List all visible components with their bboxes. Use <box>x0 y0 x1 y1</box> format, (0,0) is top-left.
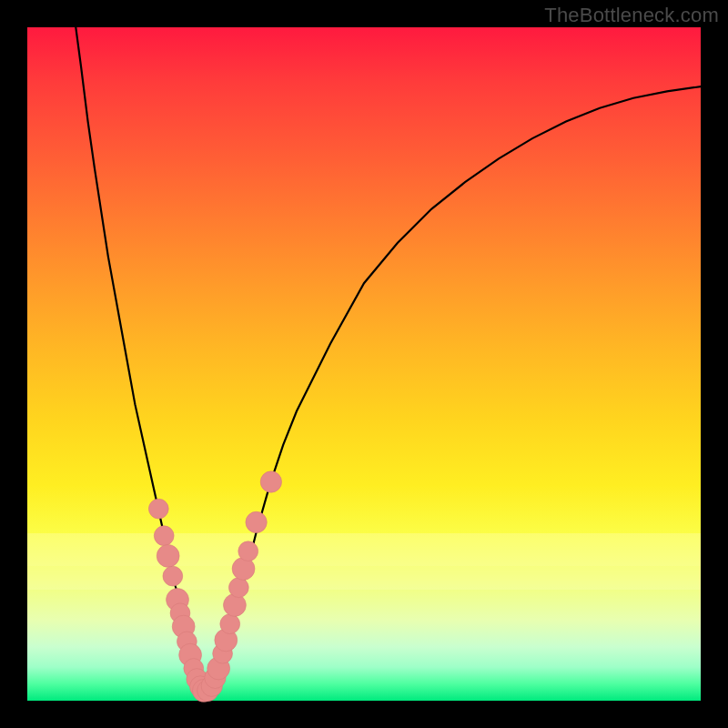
plot-area <box>27 27 701 701</box>
curve-svg <box>27 27 701 701</box>
bottleneck-curve <box>76 27 701 691</box>
data-marker <box>163 566 183 586</box>
data-marker <box>154 526 174 546</box>
data-marker <box>148 499 168 519</box>
data-marker <box>223 593 246 616</box>
data-marker <box>220 614 240 634</box>
data-marker <box>157 544 179 567</box>
data-marker <box>260 471 281 492</box>
data-marker <box>246 511 267 532</box>
chart-frame: TheBottleneck.com <box>0 0 728 728</box>
data-marker <box>238 541 258 561</box>
data-marker <box>228 578 248 598</box>
watermark-text: TheBottleneck.com <box>544 4 719 27</box>
data-markers <box>148 471 281 702</box>
